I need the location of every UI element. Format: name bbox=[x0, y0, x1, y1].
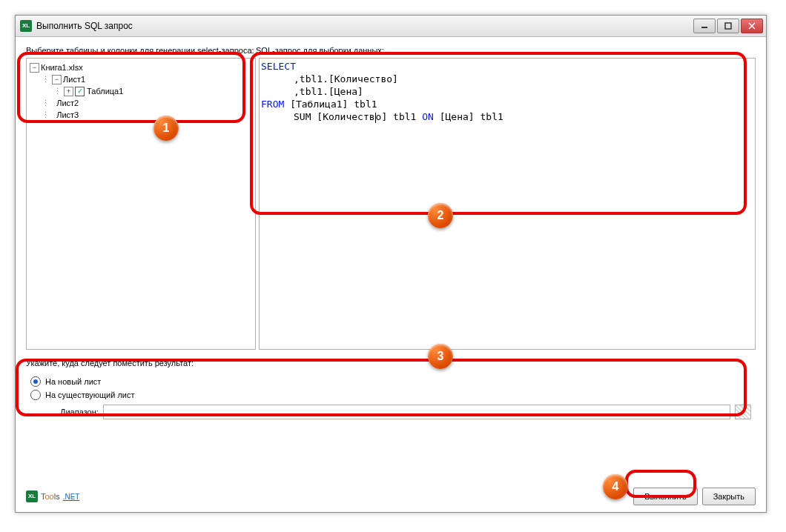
sql-line5b: о] tbl1 bbox=[376, 111, 423, 122]
kw-select: SELECT bbox=[261, 61, 296, 72]
close-button-bottom[interactable]: Закрыть bbox=[702, 488, 756, 505]
run-button[interactable]: Выполнить bbox=[633, 488, 697, 505]
sql-line5c: [Цена] tbl1 bbox=[434, 111, 503, 122]
logo-brand: Tools bbox=[41, 492, 60, 501]
range-picker-button[interactable] bbox=[735, 405, 751, 419]
minimize-button[interactable] bbox=[693, 19, 716, 33]
svg-rect-1 bbox=[725, 23, 731, 29]
dialog-body: Выберите таблицы и колонки для генерации… bbox=[16, 37, 766, 513]
radio-icon[interactable] bbox=[30, 390, 41, 400]
tree-sheet1-label: Лист1 bbox=[63, 73, 85, 85]
range-input[interactable] bbox=[103, 405, 730, 419]
radio-existing-sheet-label: На существующий лист bbox=[45, 390, 135, 399]
radio-existing-sheet[interactable]: На существующий лист bbox=[30, 388, 751, 402]
table-tree[interactable]: − Книга1.xlsx ⋮ − Лист1 ⋮ + ✓ Таблица1 ⋮ bbox=[26, 58, 256, 350]
output-options: На новый лист На существующий лист Диапа… bbox=[26, 370, 756, 425]
kw-on: ON bbox=[422, 111, 434, 122]
tree-sheet3[interactable]: ⋮ Лист3 bbox=[30, 109, 254, 121]
dialog-window: XL Выполнить SQL запрос Выберите таблицы… bbox=[15, 15, 767, 513]
tree-table1-label: Таблица1 bbox=[87, 85, 123, 97]
tree-sheet3-label: Лист3 bbox=[56, 109, 79, 121]
window-title: Выполнить SQL запрос bbox=[36, 21, 693, 31]
logo-icon: XL bbox=[26, 491, 38, 502]
close-icon bbox=[748, 22, 756, 30]
sql-line3: ,tbl1.[Цена] bbox=[261, 85, 363, 98]
tree-sheet2-label: Лист2 bbox=[56, 97, 79, 109]
sql-line5a: SUM [Количеств bbox=[261, 110, 375, 123]
app-icon: XL bbox=[20, 20, 32, 32]
close-button[interactable] bbox=[741, 19, 763, 33]
tree-label: Выберите таблицы и колонки для генерации… bbox=[26, 46, 256, 55]
sql-line2: ,tbl1.[Количество] bbox=[261, 73, 398, 85]
tree-sheet1[interactable]: ⋮ − Лист1 bbox=[30, 73, 254, 85]
maximize-button[interactable] bbox=[717, 19, 739, 33]
kw-from: FROM bbox=[261, 99, 284, 110]
logo-net-link[interactable]: .NET bbox=[63, 493, 80, 501]
tree-root[interactable]: − Книга1.xlsx bbox=[30, 61, 254, 73]
radio-icon[interactable] bbox=[30, 376, 41, 387]
checkbox-icon[interactable]: ✓ bbox=[75, 87, 85, 96]
radio-new-sheet-label: На новый лист bbox=[45, 377, 101, 386]
maximize-icon bbox=[724, 22, 732, 30]
tree-table1[interactable]: ⋮ + ✓ Таблица1 bbox=[30, 85, 254, 97]
sql-label: SQL-запрос для выборки данных: bbox=[256, 46, 756, 55]
tree-root-label: Книга1.xlsx bbox=[41, 61, 83, 73]
sql-from-rest: [Таблица1] tbl1 bbox=[284, 99, 377, 110]
radio-new-sheet[interactable]: На новый лист bbox=[30, 375, 751, 388]
title-bar[interactable]: XL Выполнить SQL запрос bbox=[16, 16, 766, 37]
range-label: Диапазон: bbox=[60, 408, 99, 416]
minimize-icon bbox=[701, 22, 708, 30]
sql-editor[interactable]: SELECT ,tbl1.[Количество] ,tbl1.[Цена] F… bbox=[259, 58, 756, 350]
tree-sheet2[interactable]: ⋮ Лист2 bbox=[30, 97, 254, 109]
output-label: Укажите, куда следует поместить результа… bbox=[26, 359, 756, 368]
logo: XL Tools .NET bbox=[26, 491, 79, 502]
